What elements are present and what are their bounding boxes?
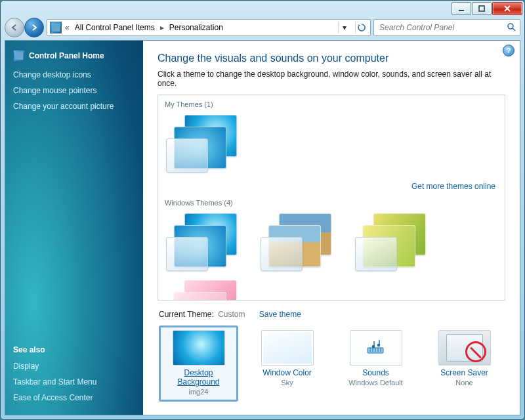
page-subtitle: Click a theme to change the desktop back…	[158, 70, 505, 88]
minimize-button[interactable]	[452, 2, 471, 15]
sidebar-link[interactable]: Change mouse pointers	[13, 83, 135, 98]
svg-rect-0	[459, 10, 464, 11]
setting-sounds[interactable]: Sounds Windows Default	[336, 326, 415, 402]
setting-desktop-background[interactable]: Desktop Background img24	[159, 326, 238, 402]
page-title: Change the visuals and sounds on your co…	[158, 52, 505, 64]
svg-point-11	[377, 344, 379, 346]
sidebar-home[interactable]: Control Panel Home	[13, 50, 135, 62]
navbar: « All Control Panel Items ▸ Personalizat…	[1, 16, 524, 39]
current-theme-line: Current Theme: Custom Save theme	[159, 310, 505, 319]
see-also-link[interactable]: Display	[13, 358, 135, 374]
themes-scroll[interactable]: My Themes (1) Get more themes online Win…	[158, 95, 505, 300]
chevron-right-icon: ▸	[160, 23, 164, 32]
see-also-heading: See also	[13, 345, 135, 354]
theme-item[interactable]	[258, 211, 341, 274]
theme-item[interactable]	[352, 211, 435, 274]
sidebar-link[interactable]: Change desktop icons	[13, 67, 135, 83]
group-windows-themes: Windows Themes (4)	[165, 199, 499, 207]
setting-screen-saver[interactable]: Screen Saver None	[425, 326, 504, 402]
screen-saver-icon	[438, 330, 491, 366]
svg-rect-1	[479, 6, 484, 11]
sidebar: Control Panel Home Change desktop icons …	[5, 41, 143, 415]
search-input[interactable]	[378, 22, 507, 33]
setting-window-color[interactable]: Window Color Sky	[247, 326, 327, 402]
breadcrumb-item[interactable]: All Control Panel Items	[73, 22, 157, 33]
breadcrumb-item[interactable]: Personalization	[167, 22, 225, 33]
search-box[interactable]	[373, 19, 520, 36]
group-my-themes: My Themes (1)	[165, 100, 499, 108]
nav-forward-button[interactable]	[24, 18, 44, 37]
control-panel-icon	[50, 22, 62, 33]
search-icon	[507, 22, 516, 33]
svg-point-10	[372, 345, 374, 347]
nav-back-button[interactable]	[5, 18, 24, 37]
current-theme-value: Custom	[218, 310, 245, 319]
sounds-icon	[350, 330, 402, 366]
theme-item[interactable]	[163, 112, 246, 175]
themes-container: My Themes (1) Get more themes online Win…	[158, 94, 505, 301]
get-more-themes-link[interactable]: Get more themes online	[411, 182, 495, 191]
help-button[interactable]: ?	[503, 45, 514, 56]
control-panel-icon	[13, 50, 25, 62]
theme-item[interactable]	[163, 278, 246, 300]
address-dropdown-button[interactable]: ▾	[338, 22, 350, 33]
svg-line-3	[513, 28, 515, 31]
close-button[interactable]	[492, 2, 522, 15]
titlebar	[1, 1, 524, 16]
refresh-button[interactable]	[355, 22, 368, 33]
address-bar[interactable]: « All Control Panel Items ▸ Personalizat…	[47, 19, 371, 36]
see-also-link[interactable]: Taskbar and Start Menu	[13, 374, 135, 390]
sidebar-link[interactable]: Change your account picture	[13, 98, 135, 114]
window-color-icon	[261, 330, 314, 366]
theme-item[interactable]	[163, 211, 246, 274]
svg-point-2	[508, 24, 513, 29]
desktop-background-icon	[173, 330, 225, 366]
maximize-button[interactable]	[472, 2, 492, 15]
breadcrumb-sep-icon: «	[65, 23, 70, 32]
save-theme-link[interactable]: Save theme	[259, 310, 301, 319]
see-also-link[interactable]: Ease of Access Center	[13, 390, 135, 406]
